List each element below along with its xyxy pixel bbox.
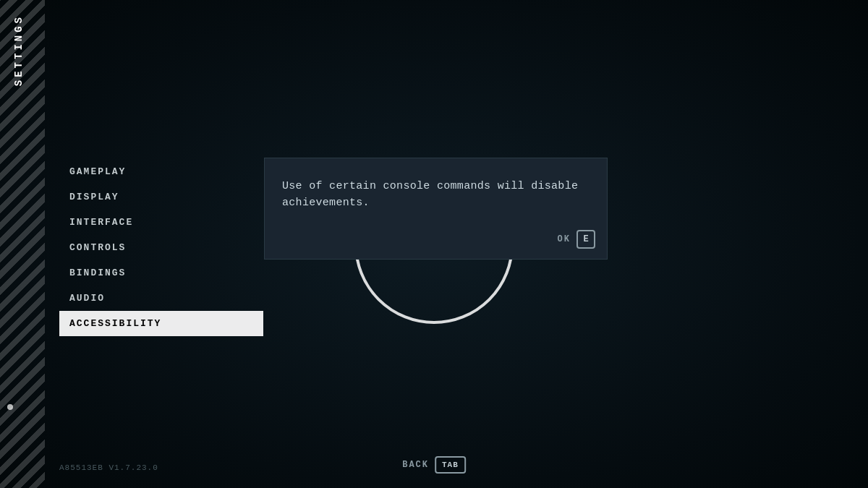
sidebar-item-gameplay[interactable]: GAMEPLAY	[59, 159, 263, 184]
modal-body: Use of certain console commands will dis…	[265, 158, 607, 223]
sidebar-item-bindings[interactable]: BINDINGS	[59, 260, 263, 286]
modal-dialog: Use of certain console commands will dis…	[264, 158, 608, 260]
sidebar-item-display[interactable]: DISPLAY	[59, 184, 263, 210]
cursor	[7, 404, 13, 410]
sidebar-menu: GAMEPLAYDISPLAYINTERFACECONTROLSBINDINGS…	[59, 159, 263, 336]
sidebar-item-controls[interactable]: CONTROLS	[59, 235, 263, 260]
bottom-bar: BACK TAB	[402, 456, 466, 474]
modal-footer: OK E	[265, 223, 607, 259]
sidebar-item-interface[interactable]: INTERFACE	[59, 210, 263, 235]
back-label: BACK	[402, 460, 429, 470]
sidebar-item-accessibility[interactable]: ACCESSIBILITY	[59, 311, 263, 336]
back-key-button[interactable]: TAB	[435, 456, 466, 474]
sidebar-item-audio[interactable]: AUDIO	[59, 286, 263, 311]
modal-message: Use of certain console commands will dis…	[282, 180, 578, 209]
ok-key-button[interactable]: E	[576, 230, 595, 249]
ok-label: OK	[558, 234, 571, 244]
settings-title: SETTINGS	[13, 14, 25, 86]
version-label: A85513EB V1.7.23.0	[59, 463, 158, 472]
